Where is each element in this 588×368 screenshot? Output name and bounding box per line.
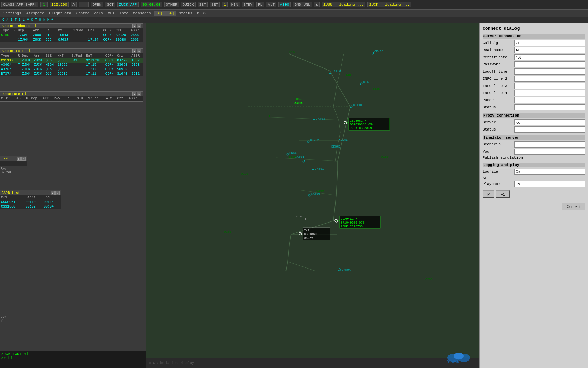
small-expand-btn[interactable]: ▲ — [17, 157, 21, 161]
top-bar: CLASS_APP [APP] ⏱ 125.200 A --- OPEN SCT… — [0, 0, 588, 10]
table-row[interactable]: STAR IZG6E ZUUU STAR IG64J COPN S0320 26… — [0, 33, 143, 38]
you-input[interactable] — [514, 149, 585, 155]
app-name[interactable]: ZUCK_APP — [117, 2, 139, 7]
menu-messages[interactable]: Messages — [131, 11, 153, 16]
playback-input[interactable] — [514, 181, 585, 187]
logoff-input[interactable] — [514, 68, 585, 75]
svg-text:CK408: CK408 — [374, 50, 383, 53]
col-ste: StE — [45, 28, 58, 33]
card-expand-btn[interactable]: ▲ — [51, 191, 55, 195]
range-input[interactable] — [514, 97, 585, 103]
proxy-status-label: Status — [483, 127, 513, 132]
main-area: Sector Inbound List ▲ ✕ Type R Dep Arr S… — [0, 23, 588, 368]
bottom-left-z21: Z21 / — [0, 315, 34, 324]
table-row[interactable]: B737/ ZJHK ZUCK QJ6 QJ63J 17:11 COPN S16… — [0, 72, 143, 76]
menu-controltools[interactable]: ControlTools — [74, 11, 105, 16]
svg-text:CK410: CK410 — [353, 104, 362, 107]
publish-label: Publish simulation — [483, 156, 523, 160]
playback-plus1-btn[interactable]: +1 — [496, 190, 510, 198]
proxy-status-input[interactable] — [514, 126, 585, 133]
password-label: Password — [483, 62, 513, 66]
menu-settings[interactable]: Settings — [1, 11, 23, 16]
left-panel: Sector Inbound List ▲ ✕ Type R Dep Arr S… — [0, 23, 146, 368]
svg-text:XOLAL: XOLAL — [339, 138, 348, 142]
svg-text:CCA9411 7: CCA9411 7 — [341, 217, 357, 221]
svg-text:0260: 0260 — [425, 278, 433, 281]
departure-list-title: Departure List — [2, 92, 30, 96]
card-list-header: CARD List ▲ ✕ — [0, 190, 61, 195]
status-input[interactable] — [514, 104, 585, 110]
radar-area[interactable]: CK408 0165 CK403 0140 CK409 0135 CK410 — [146, 23, 479, 368]
info2-field: INFO line 2 — [483, 76, 585, 82]
callsign-field: Callsign — [483, 40, 585, 46]
menu-msg-count0[interactable]: [0] — [154, 11, 165, 16]
inbound-list-header: Sector Inbound List ▲ ✕ — [0, 24, 143, 28]
num-label: 1 — [222, 2, 228, 7]
menu-m[interactable]: M — [195, 11, 201, 16]
small-close-btn[interactable]: ✕ — [21, 157, 26, 161]
terminal-line1: ZUCK_TWR: hi — [1, 352, 145, 356]
table-row[interactable]: CSS1860 00:02 00:04 — [0, 204, 61, 209]
inbound-list-title: Sector Inbound List — [2, 24, 40, 28]
departure-close-btn[interactable]: ✕ — [137, 92, 141, 96]
svg-text:CSS1860: CSS1860 — [304, 233, 317, 236]
svg-text:CK703: CK703 — [316, 117, 325, 121]
publish-field: Publish simulation — [483, 156, 585, 160]
connect-btn-container: Connect — [483, 201, 585, 210]
table-row[interactable]: CS1117 T ZJHK ZUCK QJ6 QJ63J StE MxT1:18… — [0, 58, 143, 63]
realname-field: Real name — [483, 47, 585, 53]
svg-text:CK403: CK403 — [332, 70, 341, 73]
set1-label[interactable]: SET — [198, 2, 208, 7]
table-row[interactable]: A346/ T ZJHK ZUCK HIGH 10622 17:15 COPN … — [0, 63, 143, 67]
certificate-input[interactable] — [514, 54, 585, 60]
info3-input[interactable] — [514, 83, 585, 89]
exit-expand-btn[interactable]: ▲ — [132, 49, 136, 53]
info4-input[interactable] — [514, 90, 585, 96]
menu-met[interactable]: MET — [106, 11, 117, 16]
playback-p-btn[interactable]: P — [483, 190, 494, 198]
server-section: Server connection Callsign Real name Cer… — [483, 34, 585, 110]
departure-expand-btn[interactable]: ▲ — [132, 92, 136, 96]
menu-status[interactable]: Status — [177, 11, 195, 16]
table-row[interactable]: 1ZJHK ZUCK QJ6 QJ63J 17:24 COPN S0980 26… — [0, 37, 143, 42]
menu-msg-count4[interactable]: [4] — [165, 11, 176, 16]
you-field: You — [483, 149, 585, 155]
svg-text:0135: 0135 — [373, 87, 380, 91]
svg-text:057030888 054: 057030888 054 — [350, 123, 374, 126]
exit-close-btn[interactable]: ✕ — [137, 49, 141, 53]
callsign-input[interactable] — [514, 40, 585, 46]
proxy-server-input[interactable] — [514, 119, 585, 125]
svg-point-59 — [454, 353, 464, 359]
card-close-btn[interactable]: ✕ — [55, 191, 60, 195]
exit-table: Type R Dep Arr StE MxT S/Pad EnT COPN Cr… — [0, 53, 143, 76]
timer-icon: ⏱ — [40, 2, 48, 7]
app-label[interactable]: CLASS_APP [APP] — [1, 2, 38, 7]
scenario-input[interactable] — [514, 141, 585, 148]
menu-bar: Settings AirSpace FlightData ControlTool… — [0, 10, 588, 17]
sim-section-title: Simulator server — [483, 135, 585, 140]
svg-text:CK645: CK645 — [289, 152, 298, 155]
col-spad: S/Pad — [72, 28, 87, 33]
info2-input[interactable] — [514, 76, 585, 82]
set2-label[interactable]: SET — [210, 2, 220, 7]
col-arr: Arr — [32, 28, 45, 33]
table-row[interactable]: A320/ ZJHK ZUCK QJ6 QJ63J 17:12 COPN S09… — [0, 67, 143, 72]
speed-value[interactable]: 125.200 — [50, 2, 69, 7]
svg-text:CK702: CK702 — [310, 139, 319, 142]
password-input[interactable] — [514, 61, 585, 67]
svg-text:S >!: S >! — [296, 215, 303, 218]
menu-airspace[interactable]: AirSpace — [24, 11, 46, 16]
realname-input[interactable] — [514, 47, 585, 53]
status-label: Status — [483, 105, 513, 109]
zuck-loading: ZUCK - loading ... — [368, 2, 411, 7]
logfile-input[interactable] — [514, 169, 585, 175]
inbound-close-btn[interactable]: ✕ — [137, 24, 141, 28]
status-field: Status — [483, 104, 585, 110]
menu-flightdata[interactable]: FlightData — [47, 11, 74, 16]
table-row[interactable]: CSC8961 00:10 00:14 — [0, 200, 61, 205]
connect-button[interactable]: Connect — [562, 203, 585, 210]
sub-toolbar-text: C / S T S L V C T O N M + — [1, 18, 54, 22]
inbound-expand-btn[interactable]: ▲ — [132, 24, 136, 28]
connect-dialog: Connect dialog Server connection Callsig… — [479, 23, 588, 368]
menu-info[interactable]: Info — [117, 11, 130, 16]
